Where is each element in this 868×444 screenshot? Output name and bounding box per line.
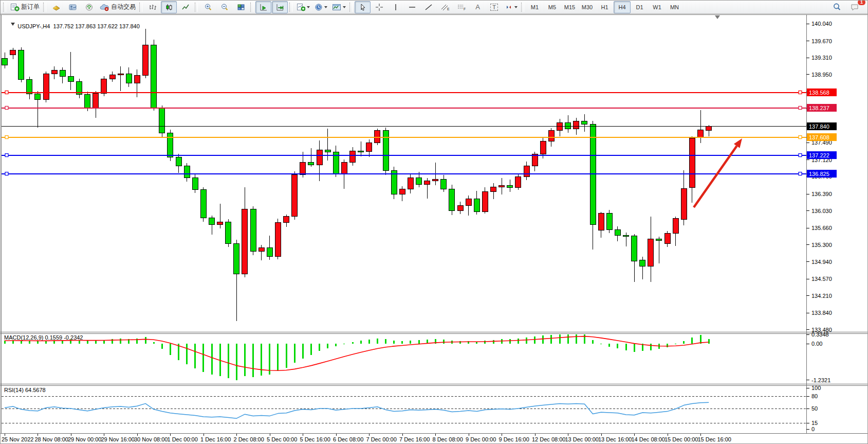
vertical-line-button[interactable]	[387, 1, 403, 13]
toolbar-grip[interactable]	[43, 3, 46, 12]
svg-text:135.300: 135.300	[811, 242, 832, 248]
svg-text:139.310: 139.310	[811, 55, 832, 61]
svg-text:7 Dec 16:00: 7 Dec 16:00	[399, 436, 430, 442]
trendline-button[interactable]	[420, 1, 436, 13]
svg-text:2 Dec 08:00: 2 Dec 08:00	[234, 436, 264, 442]
horizontal-line-button[interactable]	[404, 1, 420, 13]
hline-handle[interactable]	[5, 91, 8, 94]
channel-icon: E	[440, 3, 450, 11]
zoom-in-button[interactable]	[200, 1, 216, 13]
toolbar-grip[interactable]	[289, 3, 292, 12]
toolbar-grip[interactable]	[195, 3, 198, 12]
rsi-line	[5, 402, 709, 418]
fibonacci-icon: F	[457, 3, 466, 11]
autotrading-cloud-icon	[100, 3, 109, 11]
navigator-button[interactable]	[65, 1, 81, 13]
hline-138.237[interactable]: 138.237	[2, 104, 837, 112]
svg-text:30 Nov 08:00: 30 Nov 08:00	[134, 436, 168, 442]
arrows-button[interactable]	[503, 1, 520, 13]
timeframe-button-M5[interactable]: M5	[544, 1, 561, 13]
timeframe-button-M15[interactable]: M15	[561, 1, 578, 13]
hline-handle[interactable]	[5, 136, 8, 139]
vertical-line-icon	[393, 3, 399, 11]
hline-138.568[interactable]: 138.568	[2, 88, 837, 96]
horizontal-lines: 138.568138.237137.608137.222136.825137.8…	[2, 88, 837, 177]
cursor-button[interactable]	[355, 1, 371, 13]
dropdown-caret-icon	[514, 6, 518, 10]
trend-arrow[interactable]	[694, 138, 742, 207]
svg-text:134.570: 134.570	[811, 276, 832, 282]
hline-handle[interactable]	[799, 154, 802, 157]
hline-handle[interactable]	[799, 172, 802, 175]
tile-windows-icon	[237, 3, 245, 11]
crosshair-button[interactable]	[371, 1, 387, 13]
svg-text:9 Dec 00:00: 9 Dec 00:00	[466, 436, 496, 442]
timeframe-button-MN[interactable]: MN	[666, 1, 683, 13]
text-tool-letter: A	[475, 3, 480, 11]
hline-handle[interactable]	[799, 136, 802, 139]
hline-handle[interactable]	[5, 106, 8, 110]
chart-canvas[interactable]: 140.040139.670139.310138.950138.580138.2…	[1, 14, 868, 444]
candlestick-chart-button[interactable]	[161, 1, 177, 13]
hline-137.608[interactable]: 137.608	[2, 133, 837, 141]
mt4-terminal-window: 新订单	[0, 0, 868, 444]
text-button[interactable]: A	[470, 1, 486, 13]
autotrading-label: 自动交易	[111, 3, 136, 11]
autotrading-button[interactable]: 自动交易	[98, 1, 138, 13]
price-badge-value: 137.608	[809, 134, 829, 140]
hline-handle[interactable]	[799, 91, 802, 94]
hline-handle[interactable]	[799, 106, 802, 110]
svg-text:139.670: 139.670	[811, 38, 832, 44]
chat-button[interactable]: 1	[847, 1, 863, 13]
bar-chart-button[interactable]	[144, 1, 160, 13]
toolbar-grip[interactable]	[250, 3, 253, 12]
rsi-panel: 1008050150	[2, 385, 821, 432]
line-chart-button[interactable]	[177, 1, 193, 13]
timeframe-button-D1[interactable]: D1	[631, 1, 648, 13]
main-toolbar: 新订单	[1, 1, 867, 14]
text-label-button[interactable]: T	[486, 1, 502, 13]
toolbar-grip[interactable]	[521, 3, 524, 12]
templates-button[interactable]	[330, 1, 348, 13]
hline-137.222[interactable]: 137.222	[2, 151, 837, 159]
svg-text:29 Nov 00:00: 29 Nov 00:00	[68, 436, 101, 442]
periods-button[interactable]	[312, 1, 329, 13]
svg-text:136.030: 136.030	[811, 208, 832, 214]
equidistant-channel-button[interactable]: E	[437, 1, 453, 13]
fibonacci-button[interactable]: F	[453, 1, 469, 13]
svg-text:29 Nov 16:00: 29 Nov 16:00	[101, 436, 135, 442]
price-badge-value: 136.825	[809, 171, 829, 177]
svg-text:15: 15	[811, 420, 818, 426]
svg-text:13 Dec 00:00: 13 Dec 00:00	[565, 436, 599, 442]
timeframe-button-H1[interactable]: H1	[596, 1, 613, 13]
timeframe-button-M30[interactable]: M30	[579, 1, 596, 13]
tile-windows-button[interactable]	[233, 1, 249, 13]
horizontal-line-icon	[408, 3, 416, 11]
market-watch-button[interactable]	[48, 1, 64, 13]
new-chart-button[interactable]	[294, 1, 312, 13]
timeframe-button-M1[interactable]: M1	[526, 1, 543, 13]
time-axis: 25 Nov 202228 Nov 08:0029 Nov 00:0029 No…	[2, 434, 731, 442]
toolbar-grip[interactable]	[349, 3, 353, 12]
template-chart-icon	[332, 3, 341, 11]
line-chart-icon	[181, 3, 190, 11]
hline-handle[interactable]	[5, 172, 8, 175]
auto-scroll-button[interactable]	[255, 1, 271, 13]
chart-shift-icon	[276, 3, 284, 11]
timeframe-button-W1[interactable]: W1	[649, 1, 666, 13]
zoom-in-icon	[204, 3, 212, 11]
toolbar-grip[interactable]	[139, 3, 142, 12]
svg-text:0.00: 0.00	[811, 341, 822, 347]
new-order-icon	[10, 3, 20, 11]
signals-button[interactable]	[81, 1, 97, 13]
timeframe-button-H4[interactable]: H4	[614, 1, 631, 13]
chart-shift-marker-icon[interactable]	[715, 15, 720, 19]
search-button[interactable]	[829, 1, 845, 13]
new-order-button[interactable]: 新订单	[8, 1, 42, 13]
svg-text:9 Dec 16:00: 9 Dec 16:00	[499, 436, 529, 442]
zoom-out-button[interactable]	[216, 1, 232, 13]
price-badge-value: 137.840	[809, 123, 829, 130]
chart-shift-button[interactable]	[272, 1, 288, 13]
toolbar-grip[interactable]	[3, 3, 6, 12]
hline-handle[interactable]	[5, 154, 8, 157]
